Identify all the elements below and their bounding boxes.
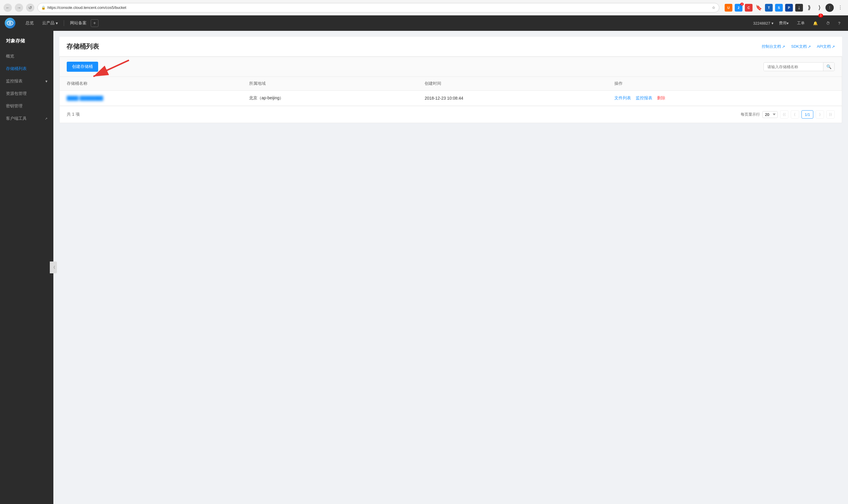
- page-prev-button[interactable]: ⟨: [791, 110, 799, 119]
- ext-icon-6[interactable]: S: [775, 4, 783, 12]
- ext-icon-1[interactable]: U: [725, 4, 732, 12]
- sidebar-item-key[interactable]: 密钥管理: [0, 100, 53, 112]
- sidebar-item-bucket-list[interactable]: 存储桶列表: [0, 62, 53, 75]
- sidebar-item-overview[interactable]: 概览: [0, 50, 53, 62]
- bucket-created-cell: 2018-12-23 10:08:44: [417, 91, 607, 106]
- page-last-button[interactable]: ⟩⟩: [826, 110, 835, 119]
- sidebar-item-resource[interactable]: 资源包管理: [0, 88, 53, 100]
- sidebar: 对象存储 概览 存储桶列表 监控报表 ▾ 资源包管理 密钥管理 客户端工具 ↗ …: [0, 31, 53, 504]
- col-name: 存储桶名称: [59, 77, 242, 91]
- app-logo: [5, 18, 15, 29]
- col-created: 创建时间: [417, 77, 607, 91]
- bucket-actions-cell: 文件列表 监控报表 删除: [607, 91, 842, 106]
- api-doc-link[interactable]: API文档 ↗: [817, 44, 835, 49]
- col-actions: 操作: [607, 77, 842, 91]
- create-btn-wrapper: 创建存储桶: [67, 62, 98, 72]
- notification-count: 3: [818, 14, 823, 18]
- ext-icon-10[interactable]: ⟩: [815, 4, 823, 12]
- pagination: 每页显示行 20 50 100 ⟨⟨ ⟨ 1/1 ⟩ ⟩⟩: [741, 110, 835, 119]
- ext-icon-7[interactable]: P: [785, 4, 793, 12]
- sidebar-item-monitor[interactable]: 监控报表 ▾: [0, 75, 53, 88]
- page-next-button[interactable]: ⟩: [816, 110, 824, 119]
- table-container: 创建存储桶 🔍: [59, 57, 842, 123]
- bucket-table: 存储桶名称 所属地域 创建时间 操作 ████ ████████ 北京（ap-b…: [59, 77, 842, 106]
- main-layout: 对象存储 概览 存储桶列表 监控报表 ▾ 资源包管理 密钥管理 客户端工具 ↗ …: [0, 31, 848, 504]
- app-nav: 总览 云产品 ▾ 网站备案 + 32248827 ▾ 费用 ▾ 工单 🔔 3 ⏱…: [0, 15, 848, 31]
- monitor-link[interactable]: 监控报表: [636, 95, 652, 100]
- create-bucket-button[interactable]: 创建存储桶: [67, 62, 98, 72]
- nav-overview[interactable]: 总览: [21, 15, 38, 31]
- delete-link[interactable]: 删除: [657, 95, 665, 100]
- user-initial: ⋮: [828, 6, 831, 9]
- console-doc-link[interactable]: 控制台文档 ↗: [762, 44, 785, 49]
- table-header-row: 存储桶名称 所属地域 创建时间 操作: [59, 77, 842, 91]
- sdk-doc-link[interactable]: SDK文档 ↗: [791, 44, 811, 49]
- file-list-link[interactable]: 文件列表: [614, 95, 631, 100]
- table-row: ████ ████████ 北京（ap-beijing） 2018-12-23 …: [59, 91, 842, 106]
- search-input[interactable]: [764, 63, 823, 71]
- col-region: 所属地域: [242, 77, 417, 91]
- bucket-name-cell: ████ ████████: [59, 91, 242, 106]
- page-title: 存储桶列表: [67, 42, 99, 51]
- search-box: 🔍: [763, 62, 835, 71]
- nav-billing[interactable]: 费用 ▾: [776, 15, 792, 31]
- ext-icon-8[interactable]: ↓: [795, 4, 803, 12]
- table-footer: 共 1 项 每页显示行 20 50 100 ⟨⟨ ⟨ 1/1 ⟩ ⟩⟩: [59, 106, 842, 123]
- browser-bar: ← → ↺ 🔒 https://console.cloud.tencent.co…: [0, 0, 848, 15]
- bucket-region-cell: 北京（ap-beijing）: [242, 91, 417, 106]
- nav-account[interactable]: 32248827 ▾: [753, 21, 774, 25]
- search-button[interactable]: 🔍: [823, 62, 834, 71]
- sidebar-collapse-button[interactable]: 《: [50, 262, 57, 273]
- per-page-label: 每页显示行: [741, 112, 760, 117]
- star-icon[interactable]: ☆: [712, 5, 716, 10]
- ext-icon-3[interactable]: C: [745, 4, 753, 12]
- page-current: 1/1: [801, 110, 813, 119]
- nav-add-button[interactable]: +: [91, 19, 98, 27]
- url-text: https://console.cloud.tencent.com/cos5/b…: [48, 5, 710, 10]
- nav-time[interactable]: ⏱: [823, 15, 833, 31]
- total-count: 共 1 项: [67, 112, 80, 117]
- sidebar-title: 对象存储: [0, 34, 53, 50]
- back-button[interactable]: ←: [3, 3, 12, 12]
- nav-help[interactable]: ?: [835, 15, 843, 31]
- reload-button[interactable]: ↺: [26, 3, 34, 12]
- page-first-button[interactable]: ⟨⟨: [780, 110, 789, 119]
- nav-divider-1: [64, 20, 64, 26]
- content-area: 存储桶列表 控制台文档 ↗ SDK文档 ↗ API文档 ↗: [53, 31, 848, 504]
- chevron-down-icon: ▾: [46, 79, 48, 84]
- bucket-name[interactable]: ████ ████████: [67, 96, 103, 101]
- nav-website[interactable]: 网站备案: [66, 15, 91, 31]
- user-avatar[interactable]: ⋮: [826, 3, 834, 12]
- per-page-select[interactable]: 20 50 100: [762, 111, 778, 118]
- page-header: 存储桶列表 控制台文档 ↗ SDK文档 ↗ API文档 ↗: [59, 37, 842, 57]
- ext-icon-4[interactable]: 🔖: [755, 4, 763, 12]
- nav-right: 32248827 ▾ 费用 ▾ 工单 🔔 3 ⏱ ?: [753, 15, 843, 31]
- nav-workorder[interactable]: 工单: [794, 15, 808, 31]
- nav-notification[interactable]: 🔔 3: [810, 15, 821, 31]
- ext-icon-5[interactable]: T: [765, 4, 773, 12]
- address-bar[interactable]: 🔒 https://console.cloud.tencent.com/cos5…: [37, 3, 719, 13]
- ext-icon-2[interactable]: 2 2: [735, 4, 742, 12]
- browser-menu-button[interactable]: ⋮: [836, 3, 845, 12]
- external-link-icon: ↗: [45, 117, 48, 121]
- browser-extensions: U 2 2 C 🔖 T S P ↓ ⟫ ⟩ ⋮ ⋮: [725, 3, 845, 12]
- doc-links: 控制台文档 ↗ SDK文档 ↗ API文档 ↗: [762, 44, 835, 49]
- ext-icon-9[interactable]: ⟫: [805, 4, 813, 12]
- sidebar-item-tools[interactable]: 客户端工具 ↗: [0, 112, 53, 125]
- nav-products[interactable]: 云产品 ▾: [38, 15, 62, 31]
- toolbar: 创建存储桶 🔍: [59, 57, 842, 77]
- forward-button[interactable]: →: [15, 3, 23, 12]
- lock-icon: 🔒: [41, 6, 46, 10]
- svg-line-1: [93, 60, 129, 76]
